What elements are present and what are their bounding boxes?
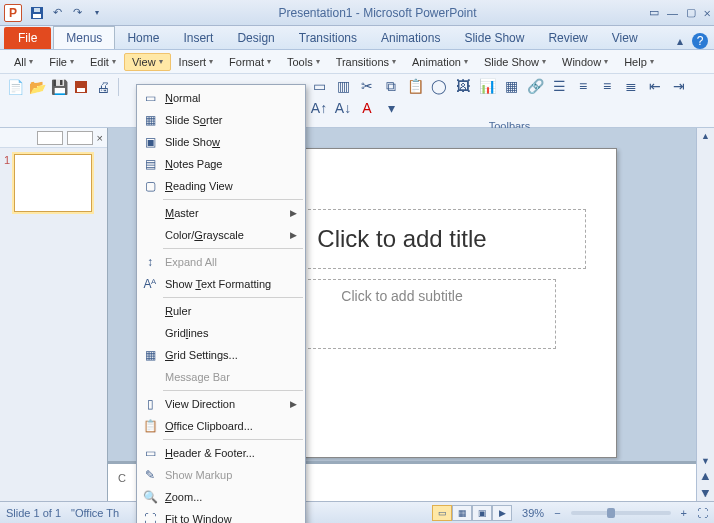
menu-item-view-direction[interactable]: ▯View Direction▶ [137, 393, 305, 415]
menu-item-show-text-formatting[interactable]: AᴬShow Text Formatting [137, 273, 305, 295]
cut-icon[interactable]: ✂ [357, 76, 377, 96]
scroll-down-icon[interactable]: ▼ [697, 453, 714, 469]
tab-view[interactable]: View [600, 27, 650, 49]
picture-icon[interactable]: 🖼 [453, 76, 473, 96]
zoom-out-icon[interactable]: − [554, 507, 560, 519]
view-sorter-icon[interactable]: ▦ [452, 505, 472, 521]
fit-window-icon[interactable]: ⛶ [697, 507, 708, 519]
copy-icon[interactable]: ⧉ [381, 76, 401, 96]
new-icon[interactable]: 📄 [6, 78, 24, 96]
zoom-slider[interactable] [571, 511, 671, 515]
tab-home[interactable]: Home [115, 27, 171, 49]
help-icon[interactable]: ? [692, 33, 708, 49]
menu-item-color-grayscale[interactable]: Color/Grayscale▶ [137, 224, 305, 246]
menu-file[interactable]: File▾ [41, 53, 82, 71]
menu-item-slide-show[interactable]: ▣Slide Show [137, 131, 305, 153]
slides-tab-outline-icon[interactable] [37, 131, 63, 145]
chart-icon[interactable]: 📊 [477, 76, 497, 96]
menu-item-gridlines[interactable]: Gridlines [137, 322, 305, 344]
tab-slide-show[interactable]: Slide Show [452, 27, 536, 49]
ribbon-collapse-icon[interactable]: ▴ [672, 33, 688, 49]
status-theme: "Office Th [71, 507, 119, 519]
table-icon[interactable]: ▦ [501, 76, 521, 96]
qat-more-icon[interactable]: ▾ [88, 4, 106, 22]
scroll-up-icon[interactable]: ▲ [697, 128, 714, 144]
layout-icon[interactable]: ▥ [333, 76, 353, 96]
menu-separator [163, 439, 303, 440]
minimize-icon[interactable]: — [667, 7, 678, 19]
menu-tools[interactable]: Tools▾ [279, 53, 328, 71]
menu-animation[interactable]: Animation▾ [404, 53, 476, 71]
menu-item-slide-sorter[interactable]: ▦Slide Sorter [137, 109, 305, 131]
more-icon[interactable]: ▾ [381, 98, 401, 118]
menu-transitions[interactable]: Transitions▾ [328, 53, 404, 71]
tab-insert[interactable]: Insert [171, 27, 225, 49]
menu-item-reading-view[interactable]: ▢Reading View [137, 175, 305, 197]
menu-item-normal[interactable]: ▭Normal [137, 87, 305, 109]
quick-access-toolbar: ↶ ↷ ▾ [28, 4, 106, 22]
menu-item-office-clipboard[interactable]: 📋Office Clipboard... [137, 415, 305, 437]
tab-design[interactable]: Design [225, 27, 286, 49]
menu-slide-show[interactable]: Slide Show▾ [476, 53, 554, 71]
status-bar: Slide 1 of 1 "Office Th ▭ ▦ ▣ ▶ 39% − + … [0, 501, 714, 523]
menu-help[interactable]: Help▾ [616, 53, 662, 71]
font-color-icon[interactable]: A [357, 98, 377, 118]
shape-icon[interactable]: ◯ [429, 76, 449, 96]
zoom-in-icon[interactable]: + [681, 507, 687, 519]
print-icon[interactable]: 🖨 [94, 78, 112, 96]
menu-view[interactable]: View▾ [124, 53, 171, 71]
menu-item-label: Slide Show [165, 136, 297, 148]
indent-dec-icon[interactable]: ⇤ [645, 76, 665, 96]
indent-inc-icon[interactable]: ⇥ [669, 76, 689, 96]
menu-item-label: Fit to Window [165, 513, 297, 523]
numbering-icon[interactable]: ≡ [573, 76, 593, 96]
slides-tab-slides-icon[interactable] [67, 131, 93, 145]
save-icon[interactable]: 💾 [50, 78, 68, 96]
new-slide-icon[interactable]: ▭ [309, 76, 329, 96]
pane-close-icon[interactable]: × [97, 132, 103, 144]
menu-item-header-footer[interactable]: ▭Header & Footer... [137, 442, 305, 464]
vertical-scrollbar[interactable]: ▲ ▼ ⯅ ⯆ [696, 128, 714, 501]
tab-transitions[interactable]: Transitions [287, 27, 369, 49]
file-tab[interactable]: File [4, 27, 51, 49]
menu-window[interactable]: Window▾ [554, 53, 616, 71]
bullets-icon[interactable]: ☰ [549, 76, 569, 96]
tab-menus[interactable]: Menus [53, 26, 115, 49]
menu-edit[interactable]: Edit▾ [82, 53, 124, 71]
save-icon[interactable] [28, 4, 46, 22]
slide-thumbnail[interactable] [14, 154, 92, 212]
font-size-dec-icon[interactable]: A↓ [333, 98, 353, 118]
tab-review[interactable]: Review [536, 27, 599, 49]
menu-item-label: Message Bar [165, 371, 297, 383]
menu-item-fit-to-window[interactable]: ⛶Fit to Window [137, 508, 305, 523]
menu-format[interactable]: Format▾ [221, 53, 279, 71]
menu-item-master[interactable]: Master▶ [137, 202, 305, 224]
menu-item-notes-page[interactable]: ▤Notes Page [137, 153, 305, 175]
menu-insert[interactable]: Insert▾ [171, 53, 222, 71]
menu-item-label: Notes Page [165, 158, 297, 170]
menu-item-ruler[interactable]: Ruler [137, 300, 305, 322]
redo-icon[interactable]: ↷ [68, 4, 86, 22]
maximize-icon[interactable]: ▢ [686, 6, 696, 19]
ribbon-minimize-icon[interactable]: ▭ [649, 6, 659, 19]
menu-item-label: Grid Settings... [165, 349, 297, 361]
link-icon[interactable]: 🔗 [525, 76, 545, 96]
prev-slide-icon[interactable]: ⯅ [697, 469, 714, 485]
open-icon[interactable]: 📂 [28, 78, 46, 96]
menu-separator [163, 248, 303, 249]
view-reading-icon[interactable]: ▣ [472, 505, 492, 521]
tab-animations[interactable]: Animations [369, 27, 452, 49]
align-left-icon[interactable]: ≡ [597, 76, 617, 96]
view-normal-icon[interactable]: ▭ [432, 505, 452, 521]
font-size-inc-icon[interactable]: A↑ [309, 98, 329, 118]
menu-all[interactable]: All▾ [6, 53, 41, 71]
undo-icon[interactable]: ↶ [48, 4, 66, 22]
align-center-icon[interactable]: ≣ [621, 76, 641, 96]
next-slide-icon[interactable]: ⯆ [697, 485, 714, 501]
menu-item-zoom[interactable]: 🔍Zoom... [137, 486, 305, 508]
paste-icon[interactable]: 📋 [405, 76, 425, 96]
save-as-icon[interactable] [72, 78, 90, 96]
close-icon[interactable]: ⨉ [704, 6, 710, 19]
view-show-icon[interactable]: ▶ [492, 505, 512, 521]
menu-item-grid-settings[interactable]: ▦Grid Settings... [137, 344, 305, 366]
